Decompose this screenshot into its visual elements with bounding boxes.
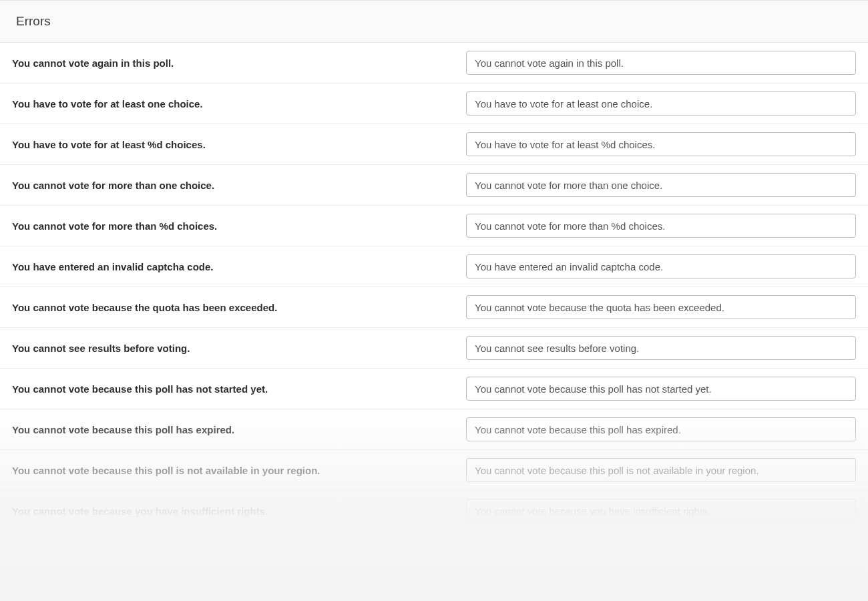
error-row: You have to vote for at least one choice…: [0, 83, 868, 124]
error-input[interactable]: [466, 377, 856, 401]
error-row: You cannot vote for more than %d choices…: [0, 206, 868, 246]
error-row: You cannot vote because you have insuffi…: [0, 491, 868, 532]
error-input[interactable]: [466, 51, 856, 75]
error-input[interactable]: [466, 254, 856, 278]
error-label: You cannot vote again in this poll.: [12, 57, 466, 69]
error-label: You cannot vote because you have insuffi…: [12, 506, 466, 517]
error-label: You have to vote for at least one choice…: [12, 98, 466, 110]
error-label: You cannot see results before voting.: [12, 343, 466, 354]
error-row: You cannot vote because this poll has ex…: [0, 409, 868, 450]
error-row: You cannot vote because the quota has be…: [0, 287, 868, 328]
error-row: You cannot vote for more than one choice…: [0, 165, 868, 206]
error-label: You have entered an invalid captcha code…: [12, 261, 466, 272]
error-row: You cannot see results before voting.: [0, 328, 868, 369]
section-title: Errors: [16, 14, 852, 29]
error-row: You have entered an invalid captcha code…: [0, 246, 868, 287]
section-header: Errors: [0, 0, 868, 43]
error-label: You cannot vote because the quota has be…: [12, 302, 466, 313]
error-label: You have to vote for at least %d choices…: [12, 139, 466, 150]
error-label: You cannot vote for more than one choice…: [12, 180, 466, 191]
error-input[interactable]: [466, 458, 856, 482]
error-label: You cannot vote because this poll is not…: [12, 465, 466, 476]
error-label: You cannot vote because this poll has no…: [12, 383, 466, 395]
error-input[interactable]: [466, 132, 856, 156]
error-row: You cannot vote because this poll is not…: [0, 450, 868, 491]
error-input[interactable]: [466, 499, 856, 523]
error-row: You have to vote for at least %d choices…: [0, 124, 868, 165]
error-input[interactable]: [466, 295, 856, 319]
error-label: You cannot vote for more than %d choices…: [12, 220, 466, 232]
error-rows-container: You cannot vote again in this poll. You …: [0, 43, 868, 532]
error-row: You cannot vote because this poll has no…: [0, 369, 868, 409]
error-input[interactable]: [466, 417, 856, 441]
error-label: You cannot vote because this poll has ex…: [12, 424, 466, 435]
error-input[interactable]: [466, 214, 856, 238]
error-input[interactable]: [466, 336, 856, 360]
error-row: You cannot vote again in this poll.: [0, 43, 868, 83]
error-input[interactable]: [466, 91, 856, 116]
error-input[interactable]: [466, 173, 856, 197]
